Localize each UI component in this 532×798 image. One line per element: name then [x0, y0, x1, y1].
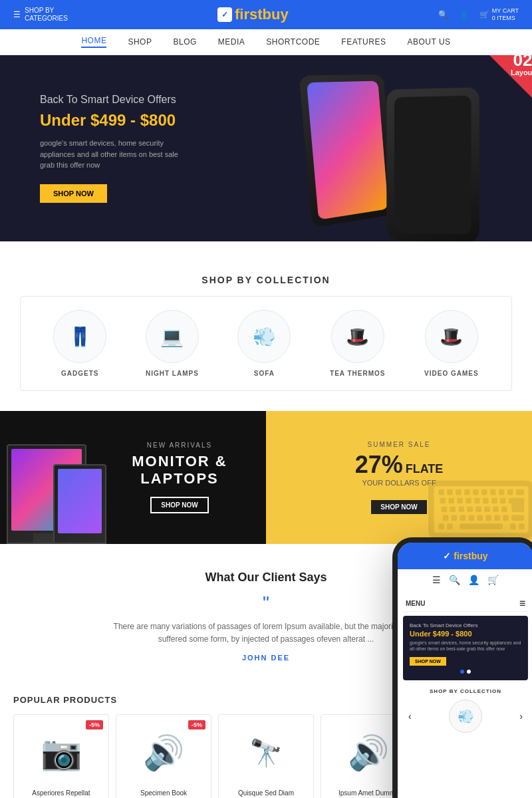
hero-cta-button[interactable]: SHOP NOW [40, 184, 107, 203]
mockup-header: ✓ firstbuy [398, 543, 532, 569]
monitor-laptops-title: MONITOR &LAPTOPS [132, 453, 227, 488]
mockup-cart-icon[interactable]: 🛒 [487, 575, 499, 585]
flat-label: FLATE [406, 462, 444, 476]
page-wrapper: ☰ SHOP BY CATEGORIES firstbuy 🔍 👤 🛒 MY C… [0, 0, 532, 798]
promo-sub: YOUR DOLLARS OFF [355, 479, 444, 487]
logo-icon [217, 7, 232, 22]
nav-home[interactable]: HOME [81, 36, 106, 48]
header: ☰ SHOP BY CATEGORIES firstbuy 🔍 👤 🛒 MY C… [0, 0, 532, 29]
cart-label: MY CART [492, 7, 519, 15]
badge-text: Layout [511, 68, 532, 76]
mockup-logo: ✓ firstbuy [443, 551, 487, 561]
sofa-icon: 💨 [237, 310, 291, 363]
hero-subtitle: Back To Smart Device Offers [40, 94, 186, 106]
video-games-icon: 🎩 [425, 310, 478, 363]
product-img-3: 🔭 [239, 723, 293, 783]
cart-items: 0 ITEMS [492, 15, 519, 22]
product-img-1: 📷 [35, 723, 88, 783]
shop-by-categories[interactable]: ☰ SHOP BY CATEGORIES [13, 7, 68, 23]
product-card-2[interactable]: -5% 🔊 Specimen Book ★★★★☆ $79.00 $72.00 [116, 714, 211, 798]
promo-dark-banner: NEW ARRIVALS MONITOR &LAPTOPS SHOP NOW [0, 411, 266, 544]
night-lamps-label: NIGHT LAMPS [146, 370, 199, 377]
nav-shortcode[interactable]: SHORTCODE [266, 37, 320, 47]
categories-label: CATEGORIES [25, 15, 68, 23]
collection-night-lamps[interactable]: 💻 NIGHT LAMPS [146, 310, 199, 377]
product-img-2: 🔊 [137, 723, 190, 783]
collection-tea-thermos[interactable]: 🎩 TEA THERMOS [330, 310, 385, 377]
hero-price: Under $499 - $800 [40, 111, 186, 130]
badge-number: 02 [511, 55, 532, 68]
night-lamps-icon: 💻 [146, 310, 199, 363]
shop-by-label: SHOP BY [25, 7, 68, 15]
collection-box: 👖 GADGETS 💻 NIGHT LAMPS 💨 SOFA 🎩 TEA THE… [20, 296, 512, 391]
tea-thermos-icon: 🎩 [331, 310, 384, 363]
main-nav: HOME SHOP BLOG MEDIA SHORTCODE FEATURES … [0, 29, 532, 55]
mockup-body: MENU ☰ Back To Smart Device Offers Under… [398, 591, 532, 798]
video-games-label: VIDEO GAMES [424, 370, 479, 377]
collection-gadgets[interactable]: 👖 GADGETS [53, 310, 106, 377]
search-icon[interactable]: 🔍 [438, 10, 448, 19]
collection-section: SHOP BY COLLECTION 👖 GADGETS 💻 NIGHT LAM… [0, 261, 532, 404]
header-actions: 🔍 👤 🛒 MY CART 0 ITEMS [438, 7, 519, 22]
product-name-2: Specimen Book [140, 789, 187, 797]
product-name-3: Quisque Sed Diam [238, 789, 294, 797]
product-img-4: 🔊 [342, 723, 395, 783]
logo[interactable]: firstbuy [217, 6, 289, 23]
nav-features[interactable]: FEATURES [341, 37, 386, 47]
nav-shop[interactable]: SHOP [128, 37, 152, 47]
hero-content: Back To Smart Device Offers Under $499 -… [0, 67, 226, 229]
summer-sale-label: SUMMER SALE [355, 441, 444, 448]
phone-mockup: ✓ firstbuy ☰ 🔍 👤 🛒 MENU ☰ [392, 537, 532, 798]
nav-media[interactable]: MEDIA [218, 37, 245, 47]
collection-video-games[interactable]: 🎩 VIDEO GAMES [424, 310, 479, 377]
menu-icon: ☰ [13, 10, 21, 19]
discount-badge-1: -5% [86, 720, 103, 730]
cart-icon[interactable]: 🛒 MY CART 0 ITEMS [479, 7, 519, 22]
product-name-4: Ipsum Amet Dummy [338, 789, 398, 797]
collection-title: SHOP BY COLLECTION [20, 275, 512, 285]
new-arrivals-label: NEW ARRIVALS [132, 442, 227, 449]
mockup-user-icon[interactable]: 👤 [468, 575, 479, 585]
promo-section: NEW ARRIVALS MONITOR &LAPTOPS SHOP NOW S… [0, 411, 532, 544]
dot-1 [460, 670, 464, 674]
user-icon[interactable]: 👤 [459, 10, 469, 19]
product-card-1[interactable]: -5% 📷 Asperiores Repellat ★★★★☆ $95.00 $… [13, 714, 109, 798]
nav-blog[interactable]: BLOG [173, 37, 196, 47]
discount-percentage: 27% [355, 451, 403, 479]
prev-arrow[interactable]: ‹ [408, 711, 412, 722]
sofa-label: SOFA [254, 370, 275, 377]
mockup-menu-row: MENU ☰ [403, 596, 528, 612]
gadgets-label: GADGETS [61, 370, 98, 377]
mockup-menu-icon[interactable]: ☰ [432, 575, 441, 585]
nav-about[interactable]: ABOUT US [407, 37, 450, 47]
logo-text: firstbuy [235, 6, 289, 23]
products-title: POPULAR PRODUCTS [13, 695, 117, 705]
mockup-hero-btn[interactable]: SHOP NOW [410, 657, 446, 666]
next-arrow[interactable]: › [519, 711, 523, 722]
promo-yellow-banner: SUMMER SALE 27% FLATE YOUR DOLLARS OFF S… [266, 411, 532, 544]
hero-description: google's smart devices, home security ap… [40, 138, 186, 171]
mockup-collection-item[interactable]: 💨 [449, 700, 482, 733]
mockup-arrows: ‹ 💨 › [403, 697, 528, 735]
mockup-icons-row: ☰ 🔍 👤 🛒 [398, 569, 532, 591]
mockup-dots [410, 670, 521, 674]
mockup-hero-section: Back To Smart Device Offers Under $499 -… [403, 616, 528, 680]
dot-2 [467, 670, 471, 674]
discount-badge-2: -5% [188, 720, 205, 730]
testimonial-text: There are many variations of passages of… [100, 620, 432, 646]
corner-badge: 02 Layout [459, 55, 532, 128]
hero-banner: Back To Smart Device Offers Under $499 -… [0, 55, 532, 241]
tea-thermos-label: TEA THERMOS [330, 370, 385, 377]
product-card-3[interactable]: 🔭 Quisque Sed Diam ★★★★☆ $118.00 [218, 714, 314, 798]
promo-yellow-cta[interactable]: SHOP NOW [371, 500, 426, 514]
product-name-1: Asperiores Repellat [32, 789, 90, 797]
promo-dark-cta[interactable]: SHOP NOW [150, 497, 208, 513]
phone-image-1 [299, 74, 395, 228]
gadgets-icon: 👖 [53, 310, 106, 363]
collection-sofa[interactable]: 💨 SOFA [237, 310, 291, 377]
mockup-search-icon[interactable]: 🔍 [449, 575, 460, 585]
